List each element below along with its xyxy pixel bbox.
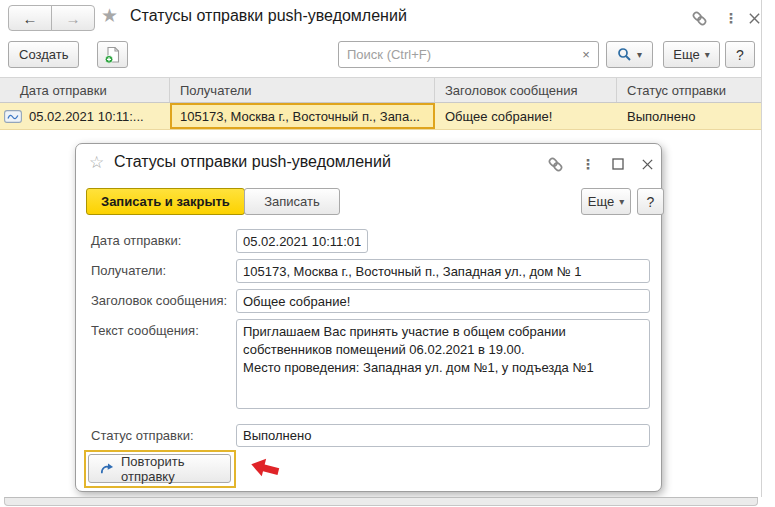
dialog-help-button[interactable]: ?	[637, 188, 664, 215]
favorite-star-outline-icon[interactable]: ☆	[89, 152, 104, 173]
cell-date-text: 05.02.2021 10:11:...	[29, 109, 144, 124]
maximize-icon[interactable]	[609, 155, 627, 173]
annotation-red-arrow	[240, 452, 284, 481]
column-header-status[interactable]: Статус отправки	[617, 78, 762, 102]
chevron-down-icon: ▾	[637, 50, 642, 60]
table-header: Дата отправки Получатели Заголовок сообщ…	[0, 77, 762, 103]
table-row[interactable]: 05.02.2021 10:11:... 105173, Москва г., …	[0, 103, 762, 130]
search-input[interactable]	[339, 47, 574, 62]
recipients-field[interactable]	[236, 259, 650, 283]
save-and-close-button[interactable]: Записать и закрыть	[86, 188, 245, 215]
column-header-date[interactable]: Дата отправки	[0, 78, 170, 102]
subject-field[interactable]	[236, 289, 650, 313]
status-label: Статус отправки:	[91, 428, 194, 443]
back-button[interactable]: ←	[8, 5, 52, 31]
favorite-star-icon[interactable]: ★	[101, 4, 118, 27]
create-button[interactable]: Создать	[8, 41, 79, 68]
dialog-more-button[interactable]: Еще ▾	[581, 188, 631, 215]
page-title: Статусы отправки push-уведомлений	[130, 7, 407, 25]
forward-arrow-icon: →	[66, 10, 81, 27]
repeat-send-button[interactable]: Повторить отправку	[88, 454, 231, 483]
date-label: Дата отправки:	[91, 233, 181, 248]
close-dialog-icon[interactable]	[638, 155, 656, 173]
cell-recipients[interactable]: 105173, Москва г., Восточный п., Запа...	[170, 103, 435, 129]
chevron-down-icon: ▾	[705, 50, 710, 60]
window-bottom-edge	[4, 497, 758, 506]
forward-button[interactable]: →	[51, 5, 95, 31]
back-arrow-icon: ←	[23, 10, 38, 27]
copy-link-icon[interactable]	[546, 155, 564, 173]
cell-date[interactable]: 05.02.2021 10:11:...	[0, 103, 170, 129]
record-icon	[4, 110, 22, 123]
application-window: ← → ★ Статусы отправки push-уведомлений …	[0, 0, 775, 507]
copy-link-icon[interactable]	[690, 9, 708, 27]
dialog-title: Статусы отправки push-уведомлений	[114, 153, 391, 171]
search-icon	[617, 47, 632, 62]
chevron-down-icon: ▾	[619, 197, 624, 207]
column-header-subject[interactable]: Заголовок сообщения	[435, 78, 617, 102]
date-field[interactable]	[236, 229, 368, 253]
more-button-label: Еще	[673, 47, 699, 62]
repeat-send-label: Повторить отправку	[121, 454, 220, 484]
nav-button-group: ← →	[8, 5, 95, 31]
subject-label: Заголовок сообщения:	[91, 293, 227, 308]
recipients-label: Получатели:	[91, 263, 166, 278]
more-menu-icon[interactable]: ⋮	[722, 9, 740, 27]
cell-subject[interactable]: Общее собрание!	[435, 103, 617, 129]
message-field[interactable]: Приглашаем Вас принять участие в общем с…	[236, 319, 650, 409]
window-right-border	[761, 0, 762, 497]
more-menu-icon[interactable]: ⋮	[579, 155, 597, 173]
more-button[interactable]: Еще ▾	[663, 41, 720, 68]
edit-dialog: ☆ Статусы отправки push-уведомлений ⋮ За…	[75, 143, 662, 492]
message-label: Текст сообщения:	[91, 323, 199, 338]
save-button[interactable]: Записать	[244, 188, 340, 215]
column-header-recipients[interactable]: Получатели	[170, 78, 435, 102]
help-button[interactable]: ?	[725, 41, 755, 68]
repeat-send-icon	[99, 461, 114, 476]
cell-status[interactable]: Выполнено	[617, 103, 762, 129]
dialog-more-label: Еще	[588, 194, 614, 209]
new-document-icon	[104, 46, 121, 64]
search-clear-icon[interactable]: ×	[574, 42, 598, 67]
status-field[interactable]	[236, 424, 650, 447]
create-by-copy-button[interactable]	[97, 41, 128, 68]
search-field: ×	[338, 41, 599, 68]
search-button[interactable]: ▾	[606, 41, 653, 68]
